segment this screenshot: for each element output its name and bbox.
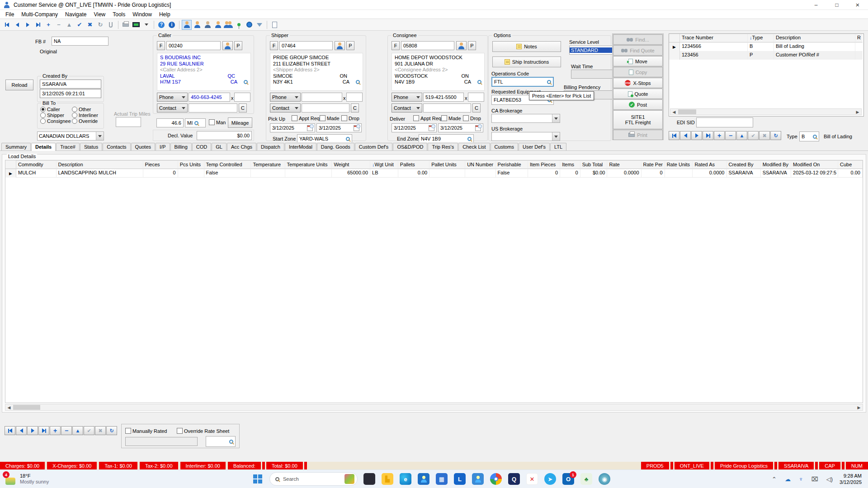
trace-delete-button[interactable]: − (725, 131, 736, 140)
trace-last-button[interactable] (703, 131, 713, 140)
consignee-profile-button[interactable] (456, 41, 467, 50)
volume-icon[interactable]: ◁) (826, 476, 833, 483)
deliver-apptreq-checkbox[interactable]: Appt Req (413, 115, 441, 121)
shipper-f-button[interactable]: F (270, 41, 278, 50)
miles-unit-input[interactable]: MI (185, 118, 206, 127)
menu-view[interactable]: View (90, 11, 109, 18)
consignee-ext-input[interactable] (468, 93, 484, 102)
pickup-apptreq-checkbox[interactable]: Appt Req (292, 115, 320, 121)
col-rate[interactable]: Rate (607, 160, 641, 169)
col-rate-units[interactable]: Rate Units (665, 160, 693, 169)
pickup-date-to[interactable]: 3/12/2025 (316, 123, 362, 132)
outlook-icon[interactable]: O1 (562, 473, 574, 485)
col-created-by[interactable]: Created By (727, 160, 761, 169)
consignee-c-button[interactable]: C (472, 103, 481, 113)
tab-ip[interactable]: I/P (156, 143, 170, 150)
tab-quotes[interactable]: Quotes (131, 143, 155, 150)
trace-prev-button[interactable] (680, 131, 691, 140)
consignee-contact-input[interactable] (423, 103, 471, 113)
operations-code-lookup-icon[interactable] (547, 80, 551, 84)
col-pcs-units[interactable]: Pcs Units (178, 160, 204, 169)
man-checkbox[interactable]: Man (209, 119, 226, 125)
col-rate-per[interactable]: Rate Per (642, 160, 665, 169)
tab-gl[interactable]: GL (212, 143, 226, 150)
last-record-icon[interactable] (33, 20, 43, 30)
shipper-c-button[interactable]: C (351, 103, 359, 113)
quote-button[interactable]: Quote (613, 89, 663, 99)
trace-add-button[interactable]: + (714, 131, 725, 140)
menu-file[interactable]: File (2, 11, 18, 18)
billto-interliner-radio[interactable]: Interliner (72, 113, 98, 118)
swirl-app-icon[interactable]: ◉ (599, 473, 610, 485)
caller-phone-input[interactable]: 450-663-4245 (189, 93, 230, 102)
trace-next-button[interactable] (691, 131, 702, 140)
accept-icon[interactable]: ✔ (75, 20, 85, 30)
shipper-phone-input[interactable] (302, 93, 342, 102)
chrome-icon[interactable] (490, 473, 502, 485)
weather-widget[interactable]: 4 18°F Mostly sunny (0, 473, 90, 485)
menu-help[interactable]: Help (156, 11, 174, 18)
col-commodity[interactable]: Commodity (16, 160, 57, 169)
col-temperature[interactable]: Temperature (251, 160, 285, 169)
tray-chevron-icon[interactable]: ⌃ (772, 476, 777, 483)
caller-f-button[interactable]: F (157, 41, 165, 50)
tab-trip-res[interactable]: Trip Res's (428, 143, 458, 150)
tab-dang-goods[interactable]: Dang. Goods (317, 143, 354, 150)
deliver-date-from-calendar-icon[interactable] (429, 125, 434, 131)
trace-col-description[interactable]: Description (774, 34, 855, 42)
trace-first-button[interactable] (669, 131, 679, 140)
caller-lookup-icon[interactable] (244, 80, 248, 84)
caller-ext-input[interactable] (234, 93, 250, 102)
col-pieces[interactable]: Pieces (143, 160, 178, 169)
rate-lookup-input[interactable] (206, 436, 236, 447)
ship-instructions-button[interactable]: Ship Instructions (492, 56, 561, 67)
miles-input[interactable]: 46.6 (156, 118, 184, 127)
manually-rated-checkbox[interactable]: Manually Rated (125, 428, 167, 434)
rate-sheet-input[interactable] (125, 437, 198, 446)
deliver-made-checkbox[interactable]: Made (441, 115, 461, 121)
file-explorer-icon[interactable]: ▙ (382, 473, 393, 485)
deliver-drop-checkbox[interactable]: Drop (463, 115, 481, 121)
mileage-button[interactable]: Mileage (228, 117, 252, 128)
trace-row[interactable]: 123456 P Customer PO/Ref # (669, 51, 863, 60)
move-button[interactable]: Move (613, 56, 663, 66)
consignee-phone-select[interactable]: Phone (392, 93, 422, 102)
vendor-profiles-icon[interactable] (213, 20, 223, 30)
tab-billing[interactable]: Billing (170, 143, 192, 150)
web-icon[interactable]: ? (156, 20, 166, 30)
contacts-icon[interactable] (472, 473, 484, 485)
pickup-made-checkbox[interactable]: Made (320, 115, 340, 121)
rate-lookup-icon[interactable] (229, 440, 233, 444)
pickup-date-to-calendar-icon[interactable] (354, 125, 359, 131)
start-zone-lookup-icon[interactable] (346, 137, 350, 141)
shipper-profile-button[interactable] (335, 41, 345, 50)
col-temp-controlled[interactable]: Temp Controlled (204, 160, 251, 169)
edit-record-icon[interactable]: ▲ (64, 20, 74, 30)
load-first-button[interactable] (5, 426, 15, 435)
onedrive-icon[interactable]: ☁ (785, 476, 791, 483)
caller-phone-select[interactable]: Phone (157, 93, 188, 102)
q-app-icon[interactable]: Q (508, 473, 520, 485)
help-icon[interactable]: i (167, 20, 177, 30)
col-pallet-units[interactable]: Pallet Units (429, 160, 465, 169)
menu-window[interactable]: Window (129, 11, 156, 18)
globe-icon[interactable] (244, 20, 254, 30)
billto-override-radio[interactable]: Override (72, 118, 98, 124)
shipper-contact-select[interactable]: Contact (270, 103, 301, 113)
trace-refresh-button[interactable]: ↻ (770, 131, 781, 140)
menu-navigate[interactable]: Navigate (61, 11, 90, 18)
consignee-code-input[interactable]: 05808 (401, 41, 454, 50)
tab-contacts[interactable]: Contacts (103, 143, 130, 150)
prev-record-icon[interactable] (12, 20, 22, 30)
deliver-date-to[interactable]: 3/12/2025 (438, 123, 483, 132)
customer-service-icon[interactable] (182, 20, 192, 30)
customer-profiles-icon[interactable] (192, 20, 202, 30)
deliver-date-to-calendar-icon[interactable] (475, 125, 481, 131)
pickup-date-from-calendar-icon[interactable] (307, 125, 313, 131)
shipper-ext-input[interactable] (346, 93, 363, 102)
attachments-icon[interactable] (106, 20, 116, 30)
menu-multi-company[interactable]: Multi-Company (18, 11, 61, 18)
load-edit-button[interactable]: ▲ (72, 426, 83, 435)
col-weight[interactable]: Weight (332, 160, 370, 169)
trace-hscrollbar[interactable]: ◀ ▶ (670, 108, 862, 115)
